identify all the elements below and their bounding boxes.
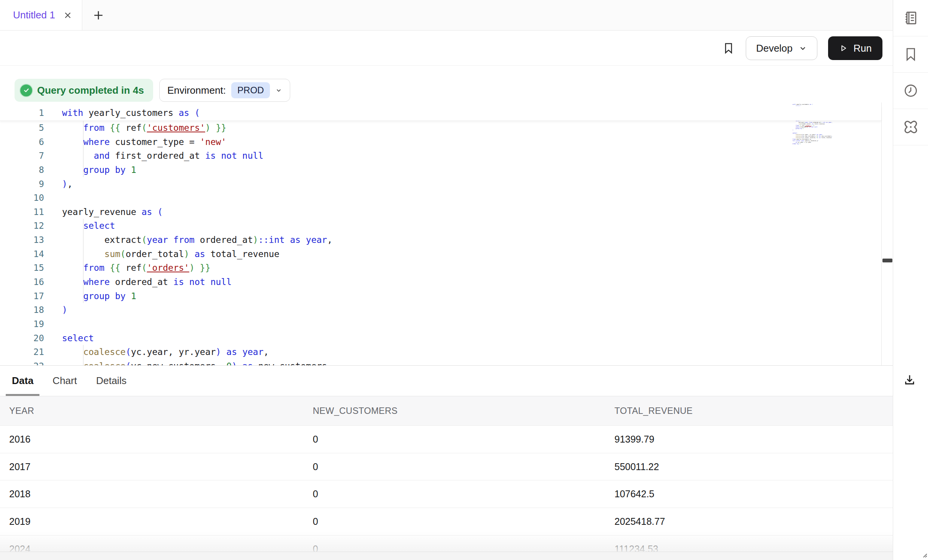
chevron-down-icon bbox=[799, 44, 807, 52]
code-line-6[interactable]: 6 where customer_type = 'new' bbox=[0, 135, 881, 149]
editor-scrollbar[interactable] bbox=[881, 103, 893, 365]
code-line-5[interactable]: 5 from {{ ref('customers') }} bbox=[0, 121, 881, 135]
indent-guide bbox=[83, 135, 83, 149]
line-number: 17 bbox=[0, 289, 44, 303]
code-line-15[interactable]: 15 from {{ ref('orders') }} bbox=[0, 261, 881, 275]
history-icon bbox=[903, 83, 919, 99]
line-number: 5 bbox=[0, 121, 44, 135]
table-cell: 2017 bbox=[9, 461, 313, 472]
results-tab-chart[interactable]: Chart bbox=[46, 366, 83, 396]
table-row[interactable]: 201902025418.77 bbox=[0, 508, 893, 536]
indent-guide bbox=[83, 289, 83, 303]
results-tab-bar: DataChartDetails bbox=[0, 366, 893, 396]
line-number: 18 bbox=[0, 303, 44, 317]
line-number: 20 bbox=[0, 331, 44, 345]
code-line-12[interactable]: 12 select bbox=[0, 219, 881, 233]
table-cell: 550011.22 bbox=[614, 461, 893, 472]
code-line-14[interactable]: 14 sum(order_total) as total_revenue bbox=[0, 247, 881, 261]
table-cell: 107642.5 bbox=[614, 488, 893, 500]
develop-dropdown[interactable]: Develop bbox=[746, 36, 817, 60]
sidebar-notebook-button[interactable] bbox=[893, 0, 928, 36]
code-line-10[interactable]: 10 bbox=[0, 191, 881, 205]
line-number: 8 bbox=[0, 163, 44, 177]
code-editor[interactable]: 5 from {{ ref('customers') }}6 where cus… bbox=[0, 121, 881, 365]
code-line-9[interactable]: 9), bbox=[0, 177, 881, 191]
environment-label: Environment: bbox=[167, 85, 226, 96]
indent-guide bbox=[83, 149, 83, 163]
code-line-19[interactable]: 19 bbox=[0, 317, 881, 331]
editor-tab-bar: Untitled 1 bbox=[0, 0, 893, 31]
table-cell: 2018 bbox=[9, 488, 313, 500]
line-number: 16 bbox=[0, 275, 44, 289]
sidebar-history-button[interactable] bbox=[893, 73, 928, 109]
table-row[interactable]: 2016091399.79 bbox=[0, 426, 893, 453]
results-tab-details[interactable]: Details bbox=[90, 366, 132, 396]
new-tab-button[interactable] bbox=[92, 9, 105, 21]
results-tab-data[interactable]: Data bbox=[6, 366, 39, 396]
tab-label: Untitled 1 bbox=[13, 9, 55, 21]
download-icon bbox=[903, 373, 917, 387]
code-line-1[interactable]: 1with yearly_customers as ( bbox=[0, 106, 881, 120]
table-cell: 0 bbox=[313, 461, 614, 472]
line-number: 1 bbox=[0, 106, 44, 120]
download-button[interactable] bbox=[903, 373, 917, 388]
code-line-20[interactable]: 20select bbox=[0, 331, 881, 345]
code-line-22[interactable]: 22 coalesce(yc.new_customers, 0) as new_… bbox=[0, 359, 881, 365]
bookmark-button[interactable] bbox=[722, 42, 735, 55]
line-number: 22 bbox=[0, 359, 44, 365]
code-line-8[interactable]: 8 group by 1 bbox=[0, 163, 881, 177]
indent-guide bbox=[83, 275, 83, 289]
table-row[interactable]: 20180107642.5 bbox=[0, 480, 893, 508]
notebook-icon bbox=[902, 10, 919, 26]
table-header-row: YEARNEW_CUSTOMERSTOTAL_REVENUE bbox=[0, 396, 893, 426]
dbt-studio-window: Untitled 1 Develop Run Query comple bbox=[0, 0, 928, 560]
code-line-21[interactable]: 21 coalesce(yc.year, yr.year) as year, bbox=[0, 345, 881, 359]
sidebar-bookmark-button[interactable] bbox=[893, 36, 928, 73]
query-status-pill: Query completed in 4s bbox=[15, 79, 153, 102]
column-header: YEAR bbox=[9, 406, 313, 416]
line-number: 14 bbox=[0, 247, 44, 261]
plus-icon bbox=[92, 9, 105, 21]
line-number: 9 bbox=[0, 177, 44, 191]
run-button[interactable]: Run bbox=[828, 36, 882, 60]
line-number: 12 bbox=[0, 219, 44, 233]
code-line-11[interactable]: 11yearly_revenue as ( bbox=[0, 205, 881, 219]
right-sidebar bbox=[893, 0, 928, 560]
bookmark-icon bbox=[722, 42, 735, 55]
editor-sticky-line[interactable]: 1with yearly_customers as ( bbox=[0, 106, 881, 121]
line-number: 7 bbox=[0, 149, 44, 163]
column-header: TOTAL_REVENUE bbox=[614, 406, 893, 416]
indent-guide bbox=[83, 121, 83, 135]
close-tab-icon[interactable] bbox=[63, 10, 73, 20]
line-number: 10 bbox=[0, 191, 44, 205]
table-cell: 0 bbox=[313, 434, 614, 445]
code-line-18[interactable]: 18) bbox=[0, 303, 881, 317]
tab-untitled-1[interactable]: Untitled 1 bbox=[0, 0, 82, 30]
code-line-13[interactable]: 13 extract(year from ordered_at)::int as… bbox=[0, 233, 881, 247]
indent-guide bbox=[83, 163, 83, 177]
indent-guide bbox=[83, 247, 83, 261]
line-number: 11 bbox=[0, 205, 44, 219]
check-circle-icon bbox=[20, 85, 32, 96]
environment-selector[interactable]: Environment: PROD bbox=[159, 79, 291, 102]
editor-toolbar: Develop Run bbox=[0, 31, 893, 65]
table-cell: 2025418.77 bbox=[614, 516, 893, 527]
sidebar-dbt-button[interactable] bbox=[893, 109, 928, 145]
table-row[interactable]: 20170550011.22 bbox=[0, 453, 893, 481]
develop-label: Develop bbox=[756, 42, 792, 54]
play-icon bbox=[839, 44, 848, 53]
line-number: 21 bbox=[0, 345, 44, 359]
results-panel: DataChartDetails YEARNEW_CUSTOMERSTOTAL_… bbox=[0, 365, 893, 560]
table-cell: 91399.79 bbox=[614, 434, 893, 445]
indent-guide bbox=[83, 345, 83, 359]
code-line-16[interactable]: 16 where ordered_at is not null bbox=[0, 275, 881, 289]
run-label: Run bbox=[853, 42, 872, 54]
window-resize-grip[interactable] bbox=[921, 552, 927, 559]
code-line-17[interactable]: 17 group by 1 bbox=[0, 289, 881, 303]
horizontal-scrollbar[interactable] bbox=[0, 552, 893, 560]
code-line-7[interactable]: 7 and first_ordered_at is not null bbox=[0, 149, 881, 163]
indent-guide bbox=[83, 233, 83, 247]
scrollbar-thumb[interactable] bbox=[882, 259, 892, 262]
indent-guide bbox=[83, 261, 83, 275]
results-table: YEARNEW_CUSTOMERSTOTAL_REVENUE2016091399… bbox=[0, 396, 893, 560]
